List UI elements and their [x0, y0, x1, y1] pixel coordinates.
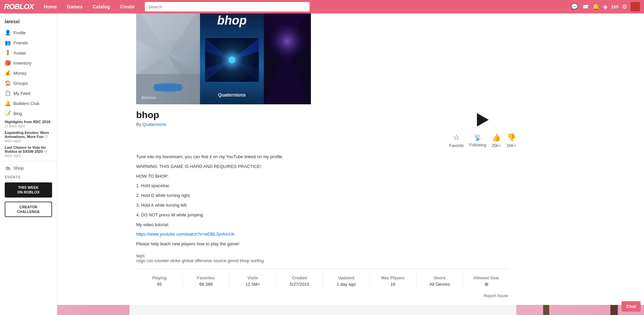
nav-home[interactable]: Home: [39, 2, 62, 11]
desc-link[interactable]: https://www.youtube.com/watch?v=wDBL2pvk…: [136, 231, 371, 238]
game-title: bhop: [136, 110, 449, 120]
stat-item-2: Visits12.5M+: [230, 273, 276, 289]
rss-icon: 📡: [474, 134, 481, 141]
play-triangle-icon: [477, 113, 489, 127]
avatar-label: Avatar: [13, 50, 26, 56]
money-label: Money: [13, 71, 27, 76]
blog-post-0[interactable]: Highlights from RDC 2019 (2 days ago): [0, 118, 57, 129]
nav-links: Home Games Catalog Create: [39, 2, 139, 11]
nav-catalog[interactable]: Catalog: [88, 2, 115, 11]
desc-line-6: 2. Hold D while turning right.: [136, 192, 371, 199]
creator-link[interactable]: Quaternions: [143, 122, 166, 127]
game-image-title: bhop: [217, 13, 247, 28]
action-panel: ☆ Favorite 📡 Following 👍 25K+ 👎 26K+: [456, 110, 510, 148]
thumbs-down-count: 26K+: [507, 143, 516, 148]
game-title-area: bhop By Quaternions: [136, 110, 449, 148]
game-image-center[interactable]: bhop: [200, 7, 264, 104]
buildersclub-icon: 🔔: [5, 100, 11, 106]
stat-value-4: 1 day ago: [336, 282, 356, 287]
this-week-button[interactable]: THIS WEEK ON ROBLOX: [5, 182, 52, 198]
svg-point-70: [267, 25, 308, 66]
creator-challenge-button[interactable]: CREATOR CHALLENGE: [5, 202, 52, 217]
stat-value-5: 16: [391, 282, 395, 287]
corridor-visual: [205, 38, 259, 82]
sidebar-item-shop[interactable]: 🛍 Shop: [0, 163, 57, 173]
shop-icon: 🛍: [5, 165, 11, 171]
sidebar-item-inventory[interactable]: 🎒 Inventory: [0, 58, 57, 68]
stat-label-4: Updated: [338, 276, 354, 280]
desc-line-8: 4. DO NOT press W while jumping.: [136, 212, 371, 219]
play-button[interactable]: [473, 110, 493, 130]
sidebar: laresxi 👤 Profile 👥 Friends 🧍 Avatar 🎒 I…: [0, 13, 57, 305]
stat-item-6: GenreAll Genres: [416, 273, 463, 289]
thumbs-up-icon: 👍: [492, 133, 501, 142]
stat-item-4: Updated1 day ago: [323, 273, 370, 289]
stat-value-0: 45: [157, 282, 162, 287]
stat-value-2: 12.5M+: [245, 282, 260, 287]
sidebar-item-groups[interactable]: 🏠 Groups: [0, 78, 57, 88]
game-images: BlxtzFace bhop: [136, 7, 311, 104]
game-page: BlxtzFace bhop: [129, 0, 516, 305]
blog-icon: 📝: [5, 110, 11, 116]
nav-create[interactable]: Create: [115, 2, 139, 11]
blog-label: Blog: [13, 111, 22, 116]
stats-bar: Playing45Favorites66,588Visits12.5M+Crea…: [136, 269, 510, 289]
blog-post-2[interactable]: Last Chance to Vote for Roblox at SXSW 2…: [0, 144, 57, 159]
search-input[interactable]: [145, 2, 310, 11]
desc-line-13: Please help teach new players how to pla…: [136, 241, 371, 248]
stat-value-3: 5/27/2015: [290, 282, 309, 287]
nav-games[interactable]: Games: [62, 2, 87, 11]
inventory-label: Inventory: [13, 61, 31, 66]
game-image-right[interactable]: [264, 7, 311, 104]
desc-line-7: 3. Hold A while turning left.: [136, 202, 371, 209]
blog-post-1[interactable]: Expanding Emotes: More Animations, More …: [0, 129, 57, 144]
stat-value-1: 66,588: [199, 282, 213, 287]
user-avatar[interactable]: [631, 2, 640, 11]
groups-label: Groups: [13, 81, 28, 86]
sidebar-item-profile[interactable]: 👤 Profile: [0, 28, 57, 38]
settings-icon[interactable]: ⚙: [622, 3, 627, 10]
favorite-button[interactable]: ☆ Favorite: [449, 133, 464, 148]
main-content: BlxtzFace bhop: [57, 0, 644, 305]
chat-icon[interactable]: 💬: [571, 3, 578, 10]
desc-line-2: WARNING: THIS GAME IS HARD AND REQUIRES …: [136, 163, 371, 170]
myfeed-label: My Feed: [13, 91, 31, 96]
friends-label: Friends: [13, 40, 28, 45]
money-icon: 💰: [5, 70, 11, 76]
stat-item-7: Allowed Gear⊞: [463, 273, 510, 289]
following-button[interactable]: 📡 Following: [469, 134, 486, 147]
thumbs-down-button[interactable]: 👎 26K+: [507, 133, 516, 148]
game-image-left[interactable]: BlxtzFace: [136, 7, 200, 104]
sidebar-item-myfeed[interactable]: 📋 My Feed: [0, 88, 57, 98]
desc-line-10: My video tutorial:: [136, 221, 371, 229]
sidebar-item-money[interactable]: 💰 Money: [0, 68, 57, 78]
stat-label-2: Visits: [247, 276, 258, 280]
sidebar-item-friends[interactable]: 👥 Friends: [0, 38, 57, 48]
thumbs-down-icon: 👎: [507, 133, 516, 142]
sidebar-username: laresxi: [0, 17, 57, 28]
notification-icon[interactable]: 🔔: [592, 3, 600, 10]
stat-item-3: Created5/27/2015: [276, 273, 323, 289]
message-icon[interactable]: 📨: [581, 3, 589, 10]
groups-icon: 🏠: [5, 80, 11, 86]
image-watermark-center: Quaternions: [218, 92, 246, 98]
thumbs-up-button[interactable]: 👍 25K+: [492, 133, 501, 148]
roblox-logo[interactable]: ROBLOX: [4, 2, 34, 11]
stat-item-5: Max Players16: [370, 273, 416, 289]
sidebar-item-blog[interactable]: 📝 Blog: [0, 108, 57, 118]
buildersclub-label: Builders Club: [13, 101, 39, 106]
report-abuse-button[interactable]: Report Abuse: [136, 293, 510, 298]
star-icon: ☆: [453, 133, 460, 142]
sidebar-item-buildersclub[interactable]: 🔔 Builders Club: [0, 98, 57, 108]
robux-amount: 165: [611, 4, 618, 9]
svg-rect-58: [155, 84, 182, 91]
youtube-link[interactable]: https://www.youtube.com/watch?v=wDBL2pvk…: [136, 232, 234, 237]
robux-icon[interactable]: ◈: [603, 3, 608, 10]
sidebar-item-avatar[interactable]: 🧍 Avatar: [0, 48, 57, 58]
stat-label-6: Genre: [434, 276, 446, 280]
tags-value: csgo css counter strike global offensive…: [136, 258, 264, 263]
game-tags: tags: csgo css counter strike global off…: [136, 253, 510, 263]
stat-value-6: All Genres: [430, 282, 450, 287]
chat-button[interactable]: Chat: [621, 301, 641, 305]
following-label: Following: [469, 143, 486, 147]
